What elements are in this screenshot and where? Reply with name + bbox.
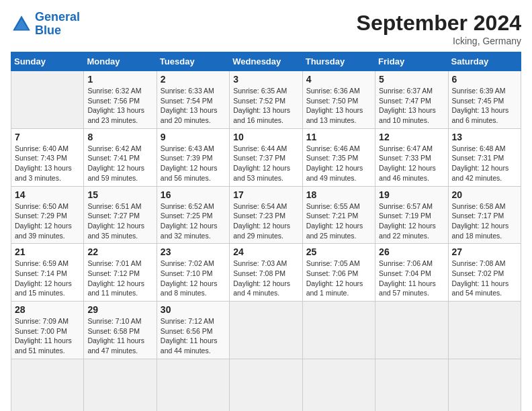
day-number: 30: [161, 304, 226, 315]
calendar-cell: [157, 359, 229, 411]
day-number: 25: [306, 246, 371, 257]
day-info: Sunrise: 6:46 AMSunset: 7:35 PMDaylight:…: [306, 144, 371, 183]
day-info: Sunrise: 6:43 AMSunset: 7:39 PMDaylight:…: [161, 144, 226, 183]
day-number: 20: [452, 189, 517, 200]
calendar-cell: [11, 359, 84, 411]
calendar-cell: [230, 359, 302, 411]
calendar-cell: [11, 71, 84, 129]
day-info: Sunrise: 6:44 AMSunset: 7:37 PMDaylight:…: [233, 144, 298, 183]
day-number: 18: [306, 189, 371, 200]
page-header: General Blue September 2024 Icking, Germ…: [11, 11, 521, 46]
calendar-cell: 25Sunrise: 7:05 AMSunset: 7:06 PMDayligh…: [302, 244, 375, 302]
weekday-header: Saturday: [448, 52, 521, 71]
day-info: Sunrise: 7:02 AMSunset: 7:10 PMDaylight:…: [161, 259, 226, 298]
day-number: 13: [452, 132, 517, 142]
day-info: Sunrise: 6:58 AMSunset: 7:17 PMDaylight:…: [452, 201, 517, 241]
weekday-header: Sunday: [11, 52, 84, 71]
weekday-header: Friday: [375, 52, 448, 71]
weekday-header: Tuesday: [157, 52, 229, 71]
day-number: 16: [161, 189, 226, 200]
day-number: 26: [379, 246, 444, 257]
calendar-cell: 4Sunrise: 6:36 AMSunset: 7:50 PMDaylight…: [302, 71, 375, 129]
calendar-cell: [230, 302, 302, 359]
calendar-cell: [302, 359, 375, 411]
calendar-cell: 24Sunrise: 7:03 AMSunset: 7:08 PMDayligh…: [230, 244, 302, 302]
day-info: Sunrise: 6:48 AMSunset: 7:31 PMDaylight:…: [452, 144, 517, 183]
day-number: 12: [379, 132, 444, 142]
day-number: 10: [233, 132, 298, 142]
day-number: 27: [452, 246, 517, 257]
day-number: 24: [233, 246, 298, 257]
calendar-cell: 7Sunrise: 6:40 AMSunset: 7:43 PMDaylight…: [11, 128, 84, 186]
calendar-row: 7Sunrise: 6:40 AMSunset: 7:43 PMDaylight…: [11, 128, 521, 186]
calendar-row: 14Sunrise: 6:50 AMSunset: 7:29 PMDayligh…: [11, 186, 521, 244]
calendar-row: [11, 359, 521, 411]
calendar-cell: [375, 302, 448, 359]
calendar-cell: 10Sunrise: 6:44 AMSunset: 7:37 PMDayligh…: [230, 128, 302, 186]
calendar-cell: 16Sunrise: 6:52 AMSunset: 7:25 PMDayligh…: [157, 186, 229, 244]
day-number: 7: [15, 132, 80, 142]
day-info: Sunrise: 6:51 AMSunset: 7:27 PMDaylight:…: [87, 201, 152, 241]
day-info: Sunrise: 6:36 AMSunset: 7:50 PMDaylight:…: [306, 86, 371, 126]
day-number: 2: [161, 74, 226, 85]
calendar-cell: 3Sunrise: 6:35 AMSunset: 7:52 PMDaylight…: [230, 71, 302, 129]
calendar-cell: 30Sunrise: 7:12 AMSunset: 6:56 PMDayligh…: [157, 302, 229, 359]
day-info: Sunrise: 6:39 AMSunset: 7:45 PMDaylight:…: [452, 86, 517, 126]
day-number: 9: [161, 132, 226, 142]
calendar-row: 21Sunrise: 6:59 AMSunset: 7:14 PMDayligh…: [11, 244, 521, 302]
calendar-cell: [84, 359, 157, 411]
calendar-cell: 11Sunrise: 6:46 AMSunset: 7:35 PMDayligh…: [302, 128, 375, 186]
day-info: Sunrise: 6:47 AMSunset: 7:33 PMDaylight:…: [379, 144, 444, 183]
location: Icking, Germany: [357, 36, 521, 46]
calendar-cell: 29Sunrise: 7:10 AMSunset: 6:58 PMDayligh…: [84, 302, 157, 359]
calendar-cell: 17Sunrise: 6:54 AMSunset: 7:23 PMDayligh…: [230, 186, 302, 244]
day-info: Sunrise: 6:54 AMSunset: 7:23 PMDaylight:…: [233, 201, 298, 241]
day-number: 29: [87, 304, 152, 315]
day-number: 15: [87, 189, 152, 200]
day-info: Sunrise: 7:05 AMSunset: 7:06 PMDaylight:…: [306, 259, 371, 298]
calendar-cell: 23Sunrise: 7:02 AMSunset: 7:10 PMDayligh…: [157, 244, 229, 302]
day-info: Sunrise: 6:55 AMSunset: 7:21 PMDaylight:…: [306, 201, 371, 241]
calendar-cell: 14Sunrise: 6:50 AMSunset: 7:29 PMDayligh…: [11, 186, 84, 244]
logo-blue: Blue: [35, 24, 61, 37]
day-number: 3: [233, 74, 298, 85]
title-block: September 2024 Icking, Germany: [357, 11, 521, 46]
day-number: 22: [87, 246, 152, 257]
day-info: Sunrise: 7:08 AMSunset: 7:02 PMDaylight:…: [452, 259, 517, 298]
day-number: 19: [379, 189, 444, 200]
day-number: 8: [87, 132, 152, 142]
calendar-cell: 20Sunrise: 6:58 AMSunset: 7:17 PMDayligh…: [448, 186, 521, 244]
day-info: Sunrise: 6:32 AMSunset: 7:56 PMDaylight:…: [87, 86, 152, 126]
logo: General Blue: [11, 11, 80, 38]
calendar-cell: [448, 302, 521, 359]
logo-icon: [11, 13, 32, 35]
calendar-cell: 28Sunrise: 7:09 AMSunset: 7:00 PMDayligh…: [11, 302, 84, 359]
logo-general: General: [35, 10, 80, 24]
calendar-cell: 5Sunrise: 6:37 AMSunset: 7:47 PMDaylight…: [375, 71, 448, 129]
day-info: Sunrise: 6:37 AMSunset: 7:47 PMDaylight:…: [379, 86, 444, 126]
day-info: Sunrise: 6:50 AMSunset: 7:29 PMDaylight:…: [15, 201, 80, 241]
calendar-cell: 13Sunrise: 6:48 AMSunset: 7:31 PMDayligh…: [448, 128, 521, 186]
calendar-cell: 18Sunrise: 6:55 AMSunset: 7:21 PMDayligh…: [302, 186, 375, 244]
day-info: Sunrise: 6:42 AMSunset: 7:41 PMDaylight:…: [87, 144, 152, 183]
day-number: 5: [379, 74, 444, 85]
day-info: Sunrise: 6:52 AMSunset: 7:25 PMDaylight:…: [161, 201, 226, 241]
calendar-cell: 26Sunrise: 7:06 AMSunset: 7:04 PMDayligh…: [375, 244, 448, 302]
calendar-header: SundayMondayTuesdayWednesdayThursdayFrid…: [11, 52, 521, 71]
calendar-cell: 1Sunrise: 6:32 AMSunset: 7:56 PMDaylight…: [84, 71, 157, 129]
day-number: 23: [161, 246, 226, 257]
day-number: 17: [233, 189, 298, 200]
calendar-cell: 21Sunrise: 6:59 AMSunset: 7:14 PMDayligh…: [11, 244, 84, 302]
day-number: 1: [87, 74, 152, 85]
month-title: September 2024: [357, 11, 521, 36]
day-info: Sunrise: 6:33 AMSunset: 7:54 PMDaylight:…: [161, 86, 226, 126]
day-number: 28: [15, 304, 80, 315]
day-number: 11: [306, 132, 371, 142]
calendar-cell: 6Sunrise: 6:39 AMSunset: 7:45 PMDaylight…: [448, 71, 521, 129]
calendar-cell: 9Sunrise: 6:43 AMSunset: 7:39 PMDaylight…: [157, 128, 229, 186]
calendar-row: 1Sunrise: 6:32 AMSunset: 7:56 PMDaylight…: [11, 71, 521, 129]
calendar-cell: 19Sunrise: 6:57 AMSunset: 7:19 PMDayligh…: [375, 186, 448, 244]
calendar-cell: [448, 359, 521, 411]
day-info: Sunrise: 7:06 AMSunset: 7:04 PMDaylight:…: [379, 259, 444, 298]
day-info: Sunrise: 6:35 AMSunset: 7:52 PMDaylight:…: [233, 86, 298, 126]
